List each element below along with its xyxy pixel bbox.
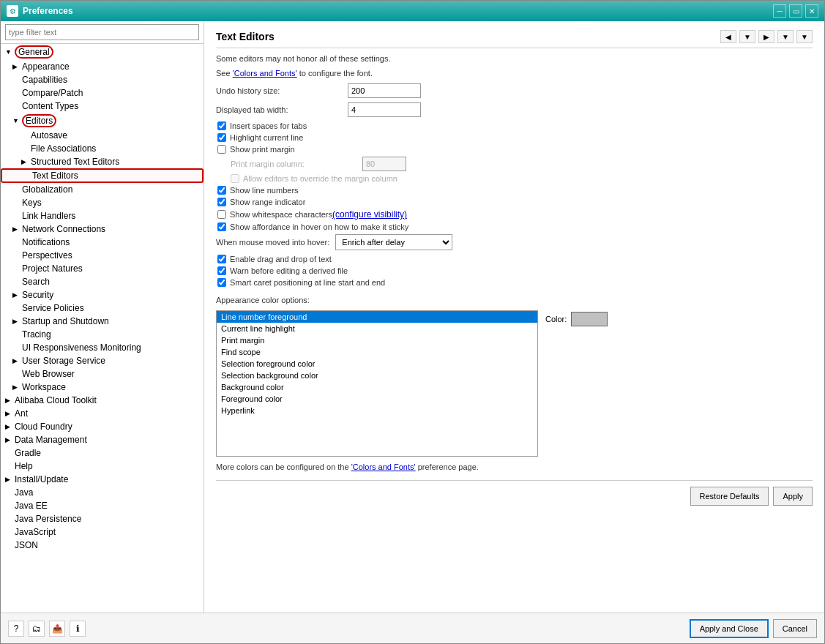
color-list[interactable]: Line number foregroundCurrent line highl…	[216, 310, 538, 457]
sidebar-item-json[interactable]: JSON	[1, 539, 204, 552]
undo-input[interactable]	[348, 83, 421, 98]
sidebar-item-editors[interactable]: Editors	[1, 113, 204, 129]
sidebar-item-label: Java Persistence	[15, 514, 81, 524]
sidebar-item-gradle[interactable]: Gradle	[1, 446, 204, 460]
show-range-indicator-row: Show range indicator	[216, 198, 813, 206]
sidebar-item-java[interactable]: Java	[1, 486, 204, 499]
sidebar-item-ant[interactable]: Ant	[1, 407, 204, 420]
title-bar-controls: ─ ▭ ✕	[773, 4, 818, 18]
show-line-numbers-checkbox[interactable]	[217, 186, 226, 195]
sidebar-item-appearance[interactable]: Appearance	[1, 60, 204, 73]
chevron-right-icon	[12, 225, 20, 233]
print-margin-column-input	[362, 157, 406, 171]
nav-forward-button[interactable]: ▶	[758, 30, 774, 43]
restore-button[interactable]: ▭	[789, 4, 802, 18]
show-print-margin-checkbox[interactable]	[217, 145, 226, 154]
show-range-indicator-checkbox[interactable]	[217, 198, 226, 206]
color-list-item-line-number-foreground[interactable]: Line number foreground	[217, 311, 537, 323]
sidebar-item-keys[interactable]: Keys	[1, 196, 204, 209]
colors-fonts-link[interactable]: 'Colors and Fonts'	[233, 69, 297, 78]
chevron-right-icon	[12, 383, 20, 391]
tab-width-input[interactable]	[348, 102, 421, 117]
smart-caret-checkbox[interactable]	[217, 278, 226, 287]
nav-back-dropdown[interactable]: ▼	[739, 30, 755, 43]
apply-button[interactable]: Apply	[773, 487, 813, 506]
sidebar-item-label: User Storage Service	[22, 356, 105, 366]
panel-description: Some editors may not honor all of these …	[216, 54, 813, 63]
cancel-button[interactable]: Cancel	[773, 619, 817, 638]
sidebar-item-java-ee[interactable]: Java EE	[1, 499, 204, 512]
sidebar-item-label: Perspectives	[22, 250, 72, 261]
color-swatch[interactable]	[571, 312, 608, 326]
allow-override-checkbox	[231, 174, 239, 183]
nav-back-button[interactable]: ◀	[720, 30, 736, 43]
color-list-item-current-line-highlight[interactable]: Current line highlight	[217, 323, 537, 334]
panel-title: Text Editors	[216, 31, 275, 42]
title-bar: ⚙ Preferences ─ ▭ ✕	[1, 1, 824, 21]
sidebar-item-workspace[interactable]: Workspace	[1, 381, 204, 394]
color-list-item-background-color[interactable]: Background color	[217, 381, 537, 393]
sidebar-item-project-natures[interactable]: Project Natures	[1, 262, 204, 275]
help-icon-button[interactable]: ?	[8, 621, 24, 637]
sidebar-item-ui-responsiveness[interactable]: UI Responsiveness Monitoring	[1, 341, 204, 354]
show-line-numbers-label: Show line numbers	[230, 186, 299, 195]
sidebar-item-network-connections[interactable]: Network Connections	[1, 222, 204, 236]
highlight-line-checkbox[interactable]	[217, 133, 226, 142]
sidebar-item-user-storage-service[interactable]: User Storage Service	[1, 354, 204, 367]
sidebar-item-cloud-foundry[interactable]: Cloud Foundry	[1, 420, 204, 433]
color-list-item-find-scope[interactable]: Find scope	[217, 346, 537, 358]
sidebar-item-structured-text-editors[interactable]: Structured Text Editors	[1, 155, 204, 168]
sidebar-item-capabilities[interactable]: Capabilities	[1, 73, 204, 86]
sidebar-item-alibaba-cloud-toolkit[interactable]: Alibaba Cloud Toolkit	[1, 394, 204, 407]
filter-input[interactable]	[5, 24, 199, 40]
description-text: Some editors may not honor all of these …	[216, 54, 390, 63]
sidebar-item-compare-patch[interactable]: Compare/Patch	[1, 86, 204, 100]
sidebar-item-file-associations[interactable]: File Associations	[1, 142, 204, 155]
nav-menu-button[interactable]: ▼	[796, 30, 813, 43]
apply-close-button[interactable]: Apply and Close	[690, 619, 769, 638]
sidebar-item-globalization[interactable]: Globalization	[1, 183, 204, 196]
sidebar-item-label: Install/Update	[15, 474, 68, 484]
window-title: Preferences	[23, 6, 73, 16]
sidebar-item-help[interactable]: Help	[1, 460, 204, 473]
sidebar-item-tracing[interactable]: Tracing	[1, 328, 204, 341]
more-colors-link[interactable]: 'Colors and Fonts'	[351, 463, 416, 471]
warn-derived-checkbox[interactable]	[217, 266, 226, 275]
minimize-button[interactable]: ─	[773, 4, 786, 18]
color-list-item-selection-background[interactable]: Selection background color	[217, 370, 537, 381]
sidebar-item-search[interactable]: Search	[1, 275, 204, 288]
export-icon-button[interactable]: 🗂	[29, 621, 45, 637]
color-list-item-print-margin[interactable]: Print margin	[217, 334, 537, 346]
color-list-item-foreground-color[interactable]: Foreground color	[217, 393, 537, 405]
nav-forward-dropdown[interactable]: ▼	[777, 30, 794, 43]
sidebar-item-general[interactable]: General	[1, 44, 204, 60]
sidebar-item-link-handlers[interactable]: Link Handlers	[1, 209, 204, 222]
color-list-item-hyperlink[interactable]: Hyperlink	[217, 405, 537, 416]
configure-visibility-link[interactable]: (configure visibility)	[332, 209, 407, 220]
sidebar-item-data-management[interactable]: Data Management	[1, 433, 204, 446]
show-whitespace-checkbox[interactable]	[217, 210, 226, 219]
sidebar-item-web-browser[interactable]: Web Browser	[1, 367, 204, 381]
enable-drag-drop-checkbox[interactable]	[217, 255, 226, 263]
show-affordance-checkbox[interactable]	[217, 222, 226, 231]
sidebar-item-text-editors[interactable]: Text Editors	[1, 168, 204, 183]
sidebar-item-service-policies[interactable]: Service Policies	[1, 302, 204, 315]
insert-spaces-checkbox[interactable]	[217, 121, 226, 130]
sidebar-item-content-types[interactable]: Content Types	[1, 100, 204, 113]
sidebar-item-security[interactable]: Security	[1, 288, 204, 302]
sidebar-item-label: Structured Text Editors	[31, 157, 119, 167]
highlight-line-label: Highlight current line	[230, 133, 303, 142]
sidebar-item-notifications[interactable]: Notifications	[1, 236, 204, 249]
restore-defaults-button[interactable]: Restore Defaults	[690, 487, 769, 506]
hover-select[interactable]: Enrich after delay Enrich immediately Ne…	[335, 234, 452, 250]
info-icon-button[interactable]: ℹ	[70, 621, 86, 637]
sidebar-item-autosave[interactable]: Autosave	[1, 129, 204, 142]
import-icon-button[interactable]: 📤	[49, 621, 65, 637]
sidebar-item-perspectives[interactable]: Perspectives	[1, 249, 204, 262]
sidebar-item-startup-shutdown[interactable]: Startup and Shutdown	[1, 315, 204, 328]
sidebar-item-javascript[interactable]: JavaScript	[1, 525, 204, 539]
sidebar-item-install-update[interactable]: Install/Update	[1, 473, 204, 486]
sidebar-item-java-persistence[interactable]: Java Persistence	[1, 512, 204, 525]
color-list-item-selection-foreground[interactable]: Selection foreground color	[217, 358, 537, 370]
close-button[interactable]: ✕	[805, 4, 818, 18]
